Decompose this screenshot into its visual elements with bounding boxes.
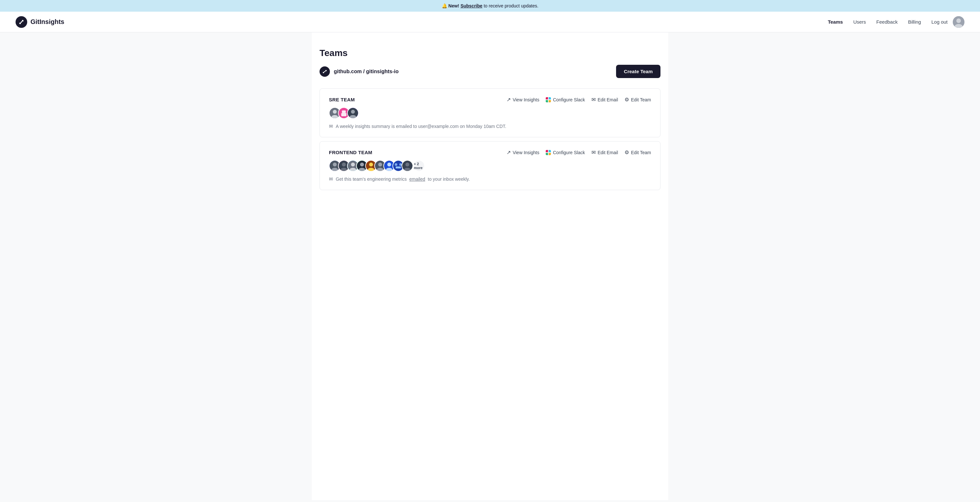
frontend-team-actions: ↗ View Insights Configure Slac bbox=[506, 149, 651, 156]
frontend-edit-team-button[interactable]: ⚙ Edit Team bbox=[625, 149, 651, 156]
org-logo-icon bbox=[320, 67, 330, 77]
nav-links: Teams Users Feedback Billing Log out bbox=[828, 19, 948, 25]
announcement-suffix: to receive product updates. bbox=[484, 3, 538, 8]
org-repo: gitinsights-io bbox=[366, 69, 399, 74]
team-card-sre: SRE TEAM ↗ View Insights bbox=[320, 88, 660, 137]
insights-icon: ↗ bbox=[506, 149, 511, 156]
sre-configure-slack-label: Configure Slack bbox=[553, 97, 585, 102]
svg-point-12 bbox=[333, 110, 337, 114]
sre-team-name: SRE TEAM bbox=[329, 97, 355, 102]
svg-point-10 bbox=[325, 71, 325, 72]
svg-rect-15 bbox=[342, 110, 346, 113]
avatar bbox=[401, 160, 413, 172]
slack-icon bbox=[546, 150, 551, 155]
frontend-team-header: FRONTEND TEAM ↗ View Insights bbox=[329, 149, 651, 156]
org-header: github.com / gitinsights-io Create Team bbox=[320, 65, 660, 78]
sre-edit-email-label: Edit Email bbox=[598, 97, 618, 102]
sre-edit-team-button[interactable]: ⚙ Edit Team bbox=[625, 97, 651, 103]
page-title: Teams bbox=[320, 48, 660, 58]
logo-icon bbox=[16, 16, 27, 28]
email-icon: ✉ bbox=[592, 149, 596, 156]
svg-rect-16 bbox=[341, 113, 347, 116]
svg-point-46 bbox=[406, 163, 409, 167]
team-card-frontend: FRONTEND TEAM ↗ View Insights bbox=[320, 141, 660, 190]
svg-point-39 bbox=[387, 163, 391, 167]
frontend-view-insights-button[interactable]: ↗ View Insights bbox=[506, 149, 539, 156]
user-avatar[interactable] bbox=[953, 16, 964, 28]
frontend-note-suffix: to your inbox weekly. bbox=[428, 176, 470, 182]
announcement-text: 🔔 New! Subscribe to receive product upda… bbox=[442, 3, 539, 8]
org-name: github.com / gitinsights-io bbox=[334, 69, 399, 75]
logo-text: GitInsights bbox=[30, 18, 64, 25]
insights-icon: ↗ bbox=[506, 97, 511, 103]
note-mail-icon: ✉ bbox=[329, 123, 333, 129]
sre-team-actions: ↗ View Insights Configure Slac bbox=[506, 97, 651, 103]
sre-edit-team-label: Edit Team bbox=[631, 97, 651, 102]
frontend-view-insights-label: View Insights bbox=[513, 150, 539, 155]
org-host: github.com / bbox=[334, 69, 366, 74]
create-team-button[interactable]: Create Team bbox=[616, 65, 660, 78]
teams-list: SRE TEAM ↗ View Insights bbox=[320, 88, 660, 194]
nav-teams[interactable]: Teams bbox=[828, 19, 843, 25]
sre-edit-email-button[interactable]: ✉ Edit Email bbox=[592, 97, 618, 103]
logo-link[interactable]: GitInsights bbox=[16, 16, 64, 28]
frontend-team-name: FRONTEND TEAM bbox=[329, 149, 372, 155]
frontend-note-link[interactable]: emailed bbox=[409, 176, 425, 182]
sre-note-text: A weekly insights summary is emailed to … bbox=[336, 124, 506, 129]
note-mail-icon: ✉ bbox=[329, 176, 333, 182]
svg-point-18 bbox=[351, 110, 355, 114]
sre-team-note: ✉ A weekly insights summary is emailed t… bbox=[329, 123, 651, 129]
sre-view-insights-label: View Insights bbox=[513, 97, 539, 102]
settings-icon: ⚙ bbox=[625, 149, 629, 156]
frontend-edit-team-label: Edit Team bbox=[631, 150, 651, 155]
slack-icon bbox=[546, 97, 551, 102]
sre-avatars bbox=[329, 107, 651, 119]
svg-point-33 bbox=[369, 163, 373, 167]
svg-point-3 bbox=[21, 21, 22, 23]
nav-billing[interactable]: Billing bbox=[908, 19, 921, 25]
frontend-avatars: + 2 more bbox=[329, 160, 651, 172]
frontend-configure-slack-label: Configure Slack bbox=[553, 150, 585, 155]
extra-members: + 2 more bbox=[413, 160, 425, 172]
sre-configure-slack-button[interactable]: Configure Slack bbox=[546, 97, 585, 102]
svg-rect-44 bbox=[396, 167, 401, 168]
settings-icon: ⚙ bbox=[625, 97, 629, 103]
subscribe-link[interactable]: Subscribe bbox=[460, 3, 482, 8]
frontend-team-note: ✉ Get this team's engineering metrics em… bbox=[329, 176, 651, 182]
org-info: github.com / gitinsights-io bbox=[320, 67, 399, 77]
frontend-note-prefix: Get this team's engineering metrics bbox=[336, 176, 407, 182]
sre-team-header: SRE TEAM ↗ View Insights bbox=[329, 97, 651, 103]
frontend-edit-email-button[interactable]: ✉ Edit Email bbox=[592, 149, 618, 156]
frontend-edit-email-label: Edit Email bbox=[598, 150, 618, 155]
main-content: Teams github.com / gitinsights-io Create… bbox=[312, 32, 668, 500]
email-icon: ✉ bbox=[592, 97, 596, 103]
svg-point-24 bbox=[342, 163, 346, 167]
navbar: GitInsights Teams Users Feedback Billing… bbox=[0, 12, 980, 32]
svg-point-36 bbox=[378, 163, 382, 167]
avatar bbox=[347, 107, 359, 119]
svg-point-21 bbox=[333, 163, 337, 167]
frontend-configure-slack-button[interactable]: Configure Slack bbox=[546, 150, 585, 155]
svg-point-42 bbox=[395, 163, 397, 166]
svg-point-27 bbox=[351, 163, 355, 167]
sre-view-insights-button[interactable]: ↗ View Insights bbox=[506, 97, 539, 103]
svg-point-30 bbox=[360, 163, 364, 167]
announcement-new: New! bbox=[449, 3, 459, 8]
svg-point-5 bbox=[956, 19, 961, 23]
nav-logout[interactable]: Log out bbox=[931, 19, 948, 25]
nav-feedback[interactable]: Feedback bbox=[876, 19, 898, 25]
nav-users[interactable]: Users bbox=[853, 19, 866, 25]
announcement-bar: 🔔 New! Subscribe to receive product upda… bbox=[0, 0, 980, 12]
